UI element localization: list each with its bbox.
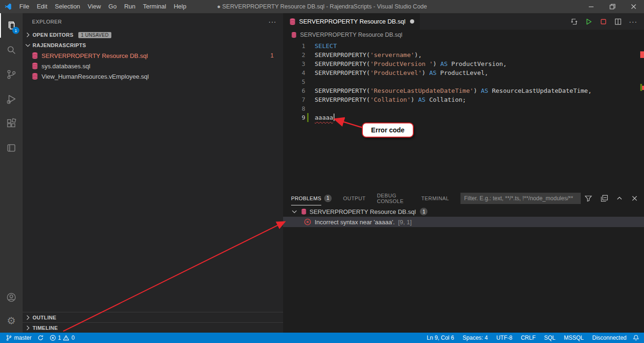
timeline-section[interactable]: TIMELINE: [23, 322, 283, 333]
problem-location: [9, 1]: [398, 219, 412, 226]
panel-actions: [595, 195, 644, 202]
run-debug-icon[interactable]: [0, 87, 23, 111]
accounts-icon[interactable]: [0, 286, 23, 309]
unsaved-dot-icon[interactable]: [410, 19, 414, 24]
status-item-disconnected[interactable]: Disconnected: [588, 333, 631, 343]
run-query-icon[interactable]: [585, 18, 593, 25]
status-item-mssql[interactable]: MSSQL: [560, 333, 588, 343]
source-control-icon[interactable]: [0, 62, 23, 87]
menu-item-run[interactable]: Run: [120, 0, 139, 13]
code-text: SELECT: [309, 41, 337, 50]
code-token: SERVERPROPERTY(: [315, 87, 370, 94]
minimize-icon[interactable]: [580, 0, 602, 13]
status-item-crlf[interactable]: CRLF: [517, 333, 540, 343]
explorer-icon[interactable]: 1: [0, 13, 23, 38]
panel-tab-problems[interactable]: PROBLEMS1: [291, 190, 332, 206]
menu-item-selection[interactable]: Selection: [51, 0, 84, 13]
filter-icon[interactable]: [585, 195, 592, 202]
file-name: sys.databases.sql: [42, 63, 90, 70]
notifications-bell-icon[interactable]: [631, 333, 644, 343]
maximize-panel-icon[interactable]: [616, 195, 623, 202]
open-editors-section[interactable]: OPEN EDITORS 1 UNSAVED: [23, 30, 283, 40]
file-item[interactable]: View_HumanResources.vEmployee.sql: [23, 71, 283, 82]
code-line[interactable]: 1SELECT: [283, 41, 644, 50]
menu-item-file[interactable]: File: [16, 0, 33, 13]
file-name: View_HumanResources.vEmployee.sql: [42, 73, 149, 80]
code-token: AS: [440, 60, 448, 67]
problems-filter-box[interactable]: [460, 193, 581, 204]
overview-ruler-error-mark: [640, 51, 644, 58]
code-line[interactable]: 8: [283, 104, 644, 113]
code-token: ),: [414, 51, 422, 58]
status-item-sql[interactable]: SQL: [540, 333, 560, 343]
line-number: 8: [283, 104, 305, 113]
menu-item-edit[interactable]: Edit: [33, 0, 51, 13]
line-number: 9: [283, 113, 305, 122]
code-token: aaaaa: [315, 114, 333, 121]
code-line[interactable]: 6SERVERPROPERTY('ResourceLastUpdateDateT…: [283, 86, 644, 95]
editor-more-actions-icon[interactable]: ···: [629, 19, 637, 24]
close-icon[interactable]: [623, 0, 644, 13]
status-item-spaces-4[interactable]: Spaces: 4: [459, 333, 492, 343]
split-editor-icon[interactable]: [614, 18, 622, 25]
chevron-down-icon: [24, 41, 32, 49]
menu-item-go[interactable]: Go: [105, 0, 120, 13]
breadcrumb-item[interactable]: SERVERPROPERTY Resource DB.sql: [300, 32, 402, 38]
file-item[interactable]: sys.databases.sql: [23, 61, 283, 71]
cursor-caret: [334, 114, 335, 121]
mssql-extension-icon[interactable]: [0, 136, 23, 160]
outline-section[interactable]: OUTLINE: [23, 312, 283, 322]
warning-count: 0: [71, 335, 75, 341]
sync-icon[interactable]: [34, 333, 47, 343]
code-text: SERVERPROPERTY('servername'),: [309, 50, 422, 59]
panel-tab-terminal[interactable]: TERMINAL: [421, 190, 449, 206]
code-token: AS: [418, 96, 426, 103]
code-line[interactable]: 4SERVERPROPERTY('ProductLevel') AS Produ…: [283, 68, 644, 77]
sql-file-icon: [31, 73, 39, 80]
open-changes-icon[interactable]: [570, 18, 578, 25]
warning-triangle-icon: [63, 335, 69, 341]
breadcrumb[interactable]: SERVERPROPERTY Resource DB.sql: [283, 30, 644, 40]
menu-item-terminal[interactable]: Terminal: [139, 0, 170, 13]
file-item[interactable]: SERVERPROPERTY Resource DB.sql1: [23, 50, 283, 61]
status-item-utf-8[interactable]: UTF-8: [492, 333, 517, 343]
cancel-query-icon[interactable]: [600, 18, 607, 25]
panel-tab-label: TERMINAL: [421, 196, 449, 201]
menu-bar: FileEditSelectionViewGoRunTerminalHelp: [16, 0, 190, 13]
sql-file-icon: [31, 62, 39, 70]
problems-filter-input[interactable]: [464, 195, 577, 202]
git-branch-icon: [6, 335, 12, 341]
status-item-ln-9-col-6[interactable]: Ln 9, Col 6: [422, 333, 458, 343]
code-line[interactable]: 7SERVERPROPERTY('Collation') AS Collatio…: [283, 95, 644, 104]
code-line[interactable]: 2SERVERPROPERTY('servername'),: [283, 50, 644, 59]
code-line[interactable]: 9aaaaa: [283, 113, 644, 122]
branch-indicator[interactable]: master: [3, 333, 34, 343]
unsaved-badge: 1 UNSAVED: [78, 32, 112, 38]
explorer-more-actions-icon[interactable]: ···: [268, 19, 276, 24]
problems-indicator[interactable]: 1 0: [47, 333, 77, 343]
code-editor[interactable]: 1SELECT2SERVERPROPERTY('servername'),3SE…: [283, 40, 644, 190]
code-text: SERVERPROPERTY('ResourceLastUpdateDateTi…: [309, 86, 592, 95]
extensions-icon[interactable]: [0, 111, 23, 136]
panel-tab-debug-console[interactable]: DEBUG CONSOLE: [377, 190, 410, 206]
panel-tab-output[interactable]: OUTPUT: [343, 190, 366, 206]
problems-file-name: SERVERPROPERTY Resource DB.sql: [309, 208, 416, 215]
code-line[interactable]: 5: [283, 77, 644, 86]
settings-gear-icon[interactable]: ⚙: [0, 309, 23, 333]
error-icon: [304, 218, 311, 226]
panel-tabs: PROBLEMS1OUTPUTDEBUG CONSOLETERMINAL: [291, 190, 460, 206]
menu-item-view[interactable]: View: [84, 0, 105, 13]
search-icon[interactable]: [0, 38, 23, 62]
collapse-all-icon[interactable]: [601, 195, 608, 202]
close-panel-icon[interactable]: [631, 195, 638, 202]
workspace-section[interactable]: RAJENDRASCRIPTS: [23, 40, 283, 50]
problems-file-row[interactable]: SERVERPROPERTY Resource DB.sql 1: [283, 206, 644, 217]
problem-row[interactable]: Incorrect syntax near 'aaaaa'. [9, 1]: [283, 217, 644, 227]
tab-serverproperty-resource-db[interactable]: SERVERPROPERTY Resource DB.sql: [283, 13, 420, 30]
line-number: 7: [283, 95, 305, 104]
code-line[interactable]: 3SERVERPROPERTY('ProductVersion ') AS Pr…: [283, 59, 644, 68]
code-token: SERVERPROPERTY(: [315, 96, 370, 103]
sidebar-title: EXPLORER: [32, 19, 62, 24]
menu-item-help[interactable]: Help: [170, 0, 190, 13]
restore-icon[interactable]: [602, 0, 623, 13]
